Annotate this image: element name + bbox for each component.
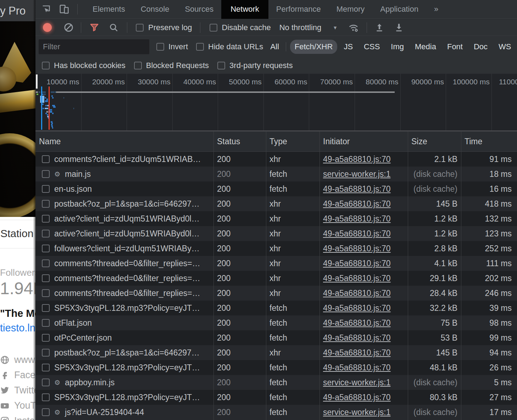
table-row[interactable]: SP5X3v3tyqPL.128.mp3?Policy=eyJT…200fetc… [35, 390, 517, 405]
table-row[interactable]: comments?threaded=0&filter_replies=…200x… [35, 256, 517, 271]
check-has-blocked-cookies[interactable] [42, 62, 50, 69]
table-row[interactable]: SP5X3v3tyqPL.128.mp3?Policy=eyJT…200fetc… [35, 301, 517, 315]
row-checkbox[interactable] [42, 170, 50, 178]
tab-memory[interactable]: Memory [329, 0, 372, 19]
table-row[interactable]: active?client_id=zdUqm51WRIAByd0l…200xhr… [35, 211, 517, 226]
column-header-initiator[interactable]: Initiator [319, 137, 408, 146]
check--rd-party-requests[interactable] [217, 62, 225, 69]
preserve-log-checkbox[interactable] [136, 24, 144, 32]
table-row[interactable]: active?client_id=zdUqm51WRIAByd0l…200xhr… [35, 226, 517, 241]
row-checkbox[interactable] [42, 200, 50, 208]
export-har-icon[interactable] [394, 23, 404, 32]
row-checkbox[interactable] [42, 334, 50, 342]
initiator-link[interactable]: 49-a5a68810.js:70 [323, 199, 391, 208]
social-link-twitter[interactable]: Twitte [0, 383, 35, 398]
table-row[interactable]: SP5X3v3tyqPL.128.mp3?Policy=eyJT…200fetc… [35, 360, 517, 375]
initiator-link[interactable]: 49-a5a68810.js:70 [323, 348, 391, 357]
initiator-link[interactable]: 49-a5a68810.js:70 [323, 259, 391, 268]
tab-console[interactable]: Console [133, 0, 177, 19]
column-divider[interactable] [319, 131, 320, 420]
initiator-link[interactable]: 49-a5a68810.js:70 [323, 184, 391, 194]
initiator-link[interactable]: 49-a5a68810.js:70 [323, 274, 391, 283]
disable-cache-checkbox[interactable] [210, 24, 217, 32]
initiator-link[interactable]: 49-a5a68810.js:70 [323, 363, 391, 372]
tab-network[interactable]: Network [221, 0, 268, 19]
column-header-name[interactable]: Name [35, 137, 213, 146]
row-checkbox[interactable] [42, 364, 50, 371]
row-checkbox[interactable] [42, 155, 50, 163]
initiator-link[interactable]: service-worker.js:1 [323, 378, 390, 387]
row-checkbox[interactable] [42, 245, 50, 252]
filter-type-fetchxhr[interactable]: Fetch/XHR [290, 40, 338, 54]
row-checkbox[interactable] [42, 393, 50, 401]
table-row[interactable]: otFlat.json200fetch49-a5a68810.js:7075 B… [35, 315, 517, 330]
row-checkbox[interactable] [42, 230, 50, 237]
row-checkbox[interactable] [42, 185, 50, 193]
tab-application[interactable]: Application [372, 0, 426, 19]
column-header-size[interactable]: Size [408, 137, 461, 146]
filter-type-img[interactable]: Img [386, 40, 408, 54]
initiator-link[interactable]: 49-a5a68810.js:70 [323, 303, 391, 313]
invert-checkbox[interactable] [156, 43, 164, 51]
row-checkbox[interactable] [42, 215, 50, 223]
initiator-link[interactable]: 49-a5a68810.js:70 [323, 289, 391, 298]
filter-icon[interactable] [89, 23, 99, 32]
filter-type-js[interactable]: JS [339, 40, 357, 54]
filter-type-media[interactable]: Media [410, 40, 441, 54]
row-checkbox[interactable] [42, 259, 50, 267]
table-row[interactable]: postback?oz_pl=1&spa=1&ci=646297…200xhr4… [35, 196, 517, 211]
initiator-link[interactable]: 49-a5a68810.js:70 [323, 333, 391, 342]
filter-input[interactable] [39, 39, 149, 54]
promo-link[interactable]: tiesto.lnk [0, 322, 35, 334]
table-row[interactable]: otPcCenter.json200fetch49-a5a68810.js:70… [35, 330, 517, 345]
filter-type-css[interactable]: CSS [359, 40, 384, 54]
social-link-instagram[interactable]: Insta [0, 413, 35, 420]
initiator-link[interactable]: 49-a5a68810.js:70 [323, 318, 391, 327]
tab-sources[interactable]: Sources [177, 0, 221, 19]
import-har-icon[interactable] [375, 23, 384, 32]
network-overview-timeline[interactable]: 10000 ms20000 ms30000 ms40000 ms50000 ms… [35, 74, 517, 131]
tab-elements[interactable]: Elements [85, 0, 133, 19]
chevron-down-icon[interactable]: ▼ [333, 25, 338, 30]
table-row[interactable]: ⚙appboy.min.js200fetchservice-worker.js:… [35, 375, 517, 390]
filter-type-ws[interactable]: WS [494, 40, 516, 54]
row-checkbox[interactable] [42, 289, 50, 297]
column-header-status[interactable]: Status [213, 137, 266, 146]
column-divider[interactable] [408, 131, 408, 420]
row-checkbox[interactable] [42, 304, 50, 312]
column-divider[interactable] [213, 131, 214, 420]
overview-grip[interactable] [36, 74, 38, 89]
table-row[interactable]: comments?threaded=0&filter_replies=…200x… [35, 286, 517, 301]
column-divider[interactable] [461, 131, 461, 420]
table-row[interactable]: ⚙js?id=UA-2519404-44200fetchservice-work… [35, 405, 517, 420]
check-blocked-requests[interactable] [134, 62, 142, 69]
filter-type-font[interactable]: Font [443, 40, 467, 54]
table-row[interactable]: comments?threaded=0&filter_replies=…200x… [35, 271, 517, 286]
initiator-link[interactable]: 49-a5a68810.js:70 [323, 244, 391, 253]
throttling-select[interactable]: No throttling [279, 23, 322, 32]
tab-performance[interactable]: Performance [268, 0, 329, 19]
table-row[interactable]: postback?oz_pl=1&spa=1&ci=646297…200xhr4… [35, 345, 517, 360]
clear-icon[interactable] [64, 23, 73, 32]
initiator-link[interactable]: service-worker.js:1 [323, 169, 390, 179]
table-row[interactable]: followers?client_id=zdUqm51WRIABy…200xhr… [35, 241, 517, 256]
column-header-type[interactable]: Type [266, 137, 319, 146]
table-row[interactable]: en-us.json200fetch49-a5a68810.js:70(disk… [35, 181, 517, 196]
record-button[interactable] [43, 23, 52, 32]
search-icon[interactable] [109, 23, 118, 32]
social-link-youtube[interactable]: YouTu [0, 398, 35, 413]
network-conditions-icon[interactable] [348, 23, 360, 33]
row-checkbox[interactable] [42, 379, 50, 386]
row-checkbox[interactable] [42, 408, 50, 416]
device-toolbar-icon[interactable] [59, 4, 70, 15]
row-checkbox[interactable] [42, 349, 50, 357]
social-link-facebook[interactable]: Faceb [0, 368, 35, 383]
filter-type-doc[interactable]: Doc [469, 40, 492, 54]
column-header-time[interactable]: Time [461, 137, 517, 146]
filter-type-all[interactable]: All [266, 40, 283, 54]
row-checkbox[interactable] [42, 319, 50, 327]
initiator-link[interactable]: 49-a5a68810.js:70 [323, 393, 391, 402]
initiator-link[interactable]: service-worker.js:1 [323, 408, 390, 417]
column-divider[interactable] [266, 131, 266, 420]
initiator-link[interactable]: 49-a5a68810.js:70 [323, 155, 391, 164]
